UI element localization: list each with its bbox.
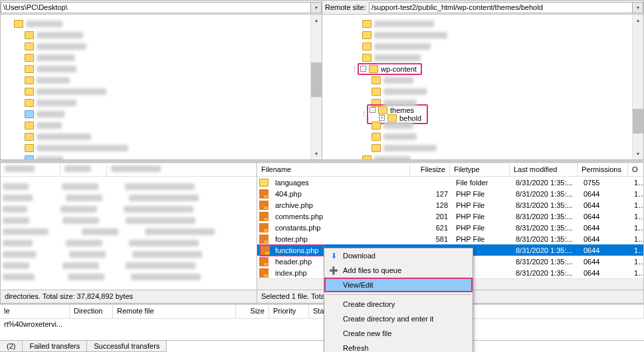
tcol-direction[interactable]: Direction xyxy=(70,305,113,318)
local-tree-item[interactable] xyxy=(14,52,310,63)
local-status: directories. Total size: 37,824,892 byte… xyxy=(1,290,257,303)
ctx-create-dir[interactable]: Create directory xyxy=(324,297,473,311)
tcol-remote[interactable]: Remote file xyxy=(113,305,236,318)
local-list-header xyxy=(1,163,257,177)
remote-path-dropdown[interactable]: ▾ xyxy=(633,2,643,13)
add-queue-icon: ➕ xyxy=(328,265,339,276)
list-item[interactable] xyxy=(1,260,257,271)
transfer-header: le Direction Remote file Size Priority S… xyxy=(0,305,644,319)
ctx-view-edit[interactable]: View/Edit xyxy=(324,278,473,292)
php-file-icon xyxy=(259,189,268,199)
col-owner[interactable]: O xyxy=(628,163,641,176)
transfer-queue: le Direction Remote file Size Priority S… xyxy=(0,305,644,352)
tcol-size[interactable]: Size xyxy=(236,305,269,318)
tree-label: wp-content xyxy=(381,65,417,73)
ctx-create-file[interactable]: Create new file xyxy=(324,326,473,341)
transfer-row[interactable]: rt%40wroxetervi... xyxy=(4,320,62,328)
list-item[interactable] xyxy=(1,237,257,248)
local-tree-item[interactable] xyxy=(14,142,310,153)
local-tree-scrollbar[interactable]: ▴ ▾ xyxy=(310,15,322,159)
col-modified[interactable]: Last modified xyxy=(510,163,578,176)
local-tree-item[interactable] xyxy=(14,120,310,131)
file-row[interactable]: comments.php201PHP File8/31/2020 1:35:..… xyxy=(257,211,643,222)
list-item[interactable] xyxy=(1,215,257,226)
transfer-tabs: (2) Failed transfers Successful transfer… xyxy=(0,340,644,352)
local-tree-item[interactable] xyxy=(14,18,310,29)
php-file-icon xyxy=(259,223,268,232)
context-menu: ⬇ Download ➕ Add files to queue View/Edi… xyxy=(324,248,473,352)
local-tree-item[interactable] xyxy=(14,63,310,74)
local-tree-item[interactable] xyxy=(14,131,310,142)
ctx-create-dir-enter[interactable]: Create directory and enter it xyxy=(324,311,473,326)
php-file-icon xyxy=(261,246,270,255)
php-file-icon xyxy=(259,268,268,278)
remote-tree-scrollbar[interactable]: ▴ ▾ xyxy=(632,15,643,159)
ctx-add-queue[interactable]: ➕ Add files to queue xyxy=(324,263,473,278)
local-tree-item[interactable] xyxy=(14,41,310,52)
php-file-icon xyxy=(259,201,268,210)
remote-tree[interactable]: - wp-content - xyxy=(322,15,632,159)
file-row[interactable]: constants.php621PHP File8/31/2020 1:35:.… xyxy=(257,222,643,233)
php-file-icon xyxy=(259,234,268,244)
tree-node-behold[interactable]: + behold xyxy=(370,114,421,122)
tree-node-wp-content[interactable]: - wp-content xyxy=(358,63,422,75)
tab-success[interactable]: Successful transfers xyxy=(86,341,167,352)
file-row[interactable]: 404.php127PHP File8/31/2020 1:35:...0644… xyxy=(257,188,643,199)
list-item[interactable] xyxy=(1,181,257,192)
transfer-body[interactable]: rt%40wroxetervi... xyxy=(0,319,644,340)
remote-list-header: Filename Filesize Filetype Last modified… xyxy=(257,163,643,177)
tree-node-themes[interactable]: - themes xyxy=(370,106,421,114)
php-file-icon xyxy=(259,212,268,221)
download-icon: ⬇ xyxy=(328,250,339,261)
local-path-dropdown[interactable]: ▾ xyxy=(311,2,322,13)
remote-site-label: Remote site: xyxy=(322,3,369,11)
tab-queued[interactable]: (2) xyxy=(0,341,23,352)
tcol-local[interactable]: le xyxy=(0,305,70,318)
tab-failed[interactable]: Failed transfers xyxy=(22,341,87,352)
tree-label: themes xyxy=(390,106,414,114)
remote-tree-pane: Remote site: ▾ xyxy=(322,0,644,160)
local-tree-item[interactable] xyxy=(14,86,310,97)
list-item[interactable] xyxy=(1,226,257,237)
file-row[interactable]: languagesFile folder8/31/2020 1:35:...07… xyxy=(257,177,643,188)
tree-label: behold xyxy=(399,114,421,122)
folder-icon xyxy=(259,179,268,187)
local-tree-pane: ▾ ▴ ▾ xyxy=(0,0,322,160)
file-row[interactable]: archive.php128PHP File8/31/2020 1:35:...… xyxy=(257,199,643,211)
list-item[interactable] xyxy=(1,271,257,282)
local-path-bar: ▾ xyxy=(1,1,322,15)
ctx-download[interactable]: ⬇ Download xyxy=(324,248,473,263)
file-row[interactable]: footer.php581PHP File8/31/2020 1:35:...0… xyxy=(257,233,643,244)
remote-path-bar: Remote site: ▾ xyxy=(322,1,643,15)
local-tree-item[interactable] xyxy=(14,97,310,108)
remote-file-list[interactable]: Filename Filesize Filetype Last modified… xyxy=(257,162,644,304)
list-item[interactable] xyxy=(1,203,257,215)
local-tree-item[interactable] xyxy=(14,29,310,41)
col-filetype[interactable]: Filetype xyxy=(450,163,510,176)
col-filename[interactable]: Filename xyxy=(257,163,410,176)
local-path-input[interactable] xyxy=(1,2,311,13)
local-file-list[interactable]: directories. Total size: 37,824,892 byte… xyxy=(0,162,257,304)
ctx-separator xyxy=(326,294,471,295)
tcol-priority[interactable]: Priority xyxy=(269,305,309,318)
local-tree-item[interactable] xyxy=(14,153,310,159)
local-tree-item[interactable] xyxy=(14,108,310,120)
remote-path-input[interactable] xyxy=(369,2,633,13)
list-item[interactable] xyxy=(1,192,257,203)
local-tree-item[interactable] xyxy=(14,74,310,86)
col-filesize[interactable]: Filesize xyxy=(410,163,450,176)
ctx-refresh[interactable]: Refresh xyxy=(324,341,473,352)
local-tree[interactable] xyxy=(1,15,310,159)
php-file-icon xyxy=(259,257,268,266)
list-item[interactable] xyxy=(1,248,257,260)
col-permissions[interactable]: Permissions xyxy=(578,163,628,176)
